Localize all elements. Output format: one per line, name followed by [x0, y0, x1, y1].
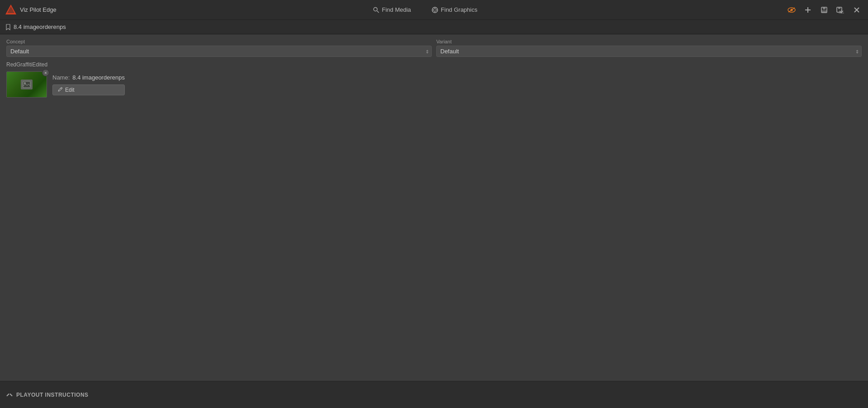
- media-name-row: Name: 8.4 imageorderenps: [52, 74, 125, 81]
- bookmark-icon: [5, 24, 11, 30]
- save-button[interactable]: [817, 3, 831, 17]
- media-name-value: 8.4 imageorderenps: [72, 74, 125, 81]
- concept-select-wrapper: Default: [6, 46, 432, 57]
- save-icon: [821, 6, 828, 14]
- thumb-image-icon: [21, 80, 33, 89]
- chevron-up-icon: [6, 392, 13, 398]
- close-button[interactable]: [850, 3, 863, 17]
- viz-logo-icon: [5, 4, 17, 16]
- find-graphics-button[interactable]: Find Graphics: [428, 5, 481, 15]
- add-icon: [804, 6, 811, 14]
- find-graphics-label: Find Graphics: [441, 6, 477, 13]
- footer-section: PLAYOUT INSTRUCTIONS: [0, 381, 868, 408]
- concept-field-group: Concept Default: [6, 39, 432, 57]
- nav-center: Find Media Find Graphics: [66, 5, 785, 15]
- edit-button[interactable]: Edit: [52, 84, 125, 95]
- main-content: Concept Default Variant Default RedGraff…: [0, 34, 868, 381]
- variant-select[interactable]: Default: [436, 46, 862, 57]
- svg-point-25: [24, 82, 26, 84]
- concept-label: Concept: [6, 39, 432, 44]
- titlebar-actions: [785, 3, 863, 17]
- add-button[interactable]: [801, 3, 815, 17]
- find-media-button[interactable]: Find Media: [369, 5, 415, 15]
- svg-rect-19: [838, 7, 840, 9]
- variant-field-group: Variant Default: [436, 39, 862, 57]
- edit-label: Edit: [65, 87, 75, 93]
- doc-name-label: 8.4 imageorderenps: [14, 23, 66, 30]
- media-thumbnail: [6, 71, 47, 98]
- media-info: Name: 8.4 imageorderenps Edit: [52, 74, 125, 95]
- remove-media-button[interactable]: ×: [42, 69, 49, 76]
- playout-instructions-label: PLAYOUT INSTRUCTIONS: [16, 392, 89, 398]
- svg-point-2: [373, 7, 377, 11]
- svg-rect-16: [823, 7, 826, 9]
- subtitlebar: 8.4 imageorderenps: [0, 20, 868, 34]
- media-item-row: × Name: 8.4 imageorderenps Edit: [0, 70, 868, 99]
- search-icon-media: [373, 7, 379, 13]
- app-logo: Viz Pilot Edge: [5, 4, 57, 16]
- concept-select[interactable]: Default: [6, 46, 432, 57]
- svg-point-5: [434, 9, 436, 11]
- close-icon: [854, 7, 860, 13]
- media-section-label: RedGraffitiEdited: [0, 60, 868, 70]
- titlebar: Viz Pilot Edge Find Media Find Graphics: [0, 0, 868, 20]
- concept-variant-row: Concept Default Variant Default: [0, 39, 868, 60]
- graphics-icon: [432, 7, 438, 13]
- image-placeholder-icon: [23, 81, 31, 88]
- svg-rect-17: [822, 10, 826, 13]
- document-name: 8.4 imageorderenps: [5, 23, 66, 30]
- find-media-label: Find Media: [382, 6, 411, 13]
- eye-icon: [788, 7, 796, 13]
- saveas-icon: [836, 6, 844, 14]
- svg-line-26: [61, 88, 61, 89]
- eye-button[interactable]: [785, 3, 798, 17]
- app-title: Viz Pilot Edge: [20, 6, 57, 13]
- edit-icon: [57, 87, 63, 93]
- thumb-inner: [7, 72, 47, 97]
- saveas-button[interactable]: [834, 3, 847, 17]
- playout-instructions-button[interactable]: PLAYOUT INSTRUCTIONS: [6, 392, 89, 398]
- variant-label: Variant: [436, 39, 862, 44]
- svg-line-3: [377, 11, 379, 13]
- media-thumbnail-wrapper: ×: [6, 71, 47, 98]
- name-label: Name:: [52, 74, 70, 81]
- variant-select-wrapper: Default: [436, 46, 862, 57]
